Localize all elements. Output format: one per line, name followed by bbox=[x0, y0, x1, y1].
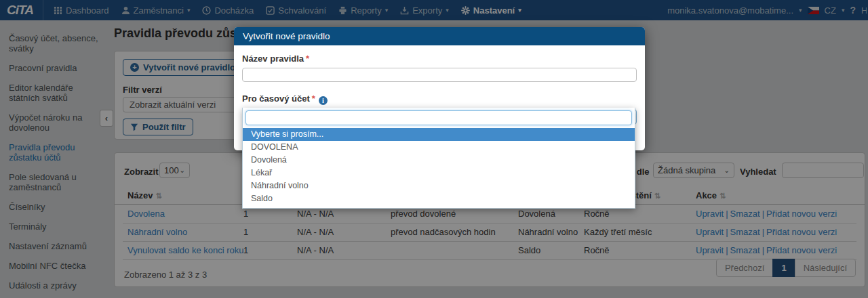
dropdown-option-dovolena[interactable]: Dovolená bbox=[243, 154, 635, 167]
modal-title: Vytvořit nové pravidlo bbox=[234, 27, 645, 45]
info-icon[interactable]: i bbox=[319, 96, 328, 105]
required-mark: * bbox=[306, 54, 309, 64]
dropdown-option-dovolena-caps[interactable]: DOVOLENA bbox=[243, 141, 635, 154]
account-dropdown: Vyberte si prosím... DOVOLENA Dovolená L… bbox=[242, 108, 635, 209]
dropdown-search-input[interactable] bbox=[245, 110, 632, 125]
dropdown-option-nahradni-volno[interactable]: Náhradní volno bbox=[243, 179, 635, 192]
time-account-label: Pro časový účet*i bbox=[242, 93, 637, 105]
dropdown-option-lekar[interactable]: Lékař bbox=[243, 167, 635, 179]
required-mark: * bbox=[312, 93, 315, 104]
dropdown-options-list: Vyberte si prosím... DOVOLENA Dovolená L… bbox=[243, 128, 635, 205]
rule-name-label: Název pravidla* bbox=[242, 54, 637, 64]
rule-name-input[interactable] bbox=[242, 68, 637, 82]
dropdown-option-placeholder[interactable]: Vyberte si prosím... bbox=[243, 128, 635, 141]
dropdown-option-saldo[interactable]: Saldo bbox=[243, 192, 635, 205]
